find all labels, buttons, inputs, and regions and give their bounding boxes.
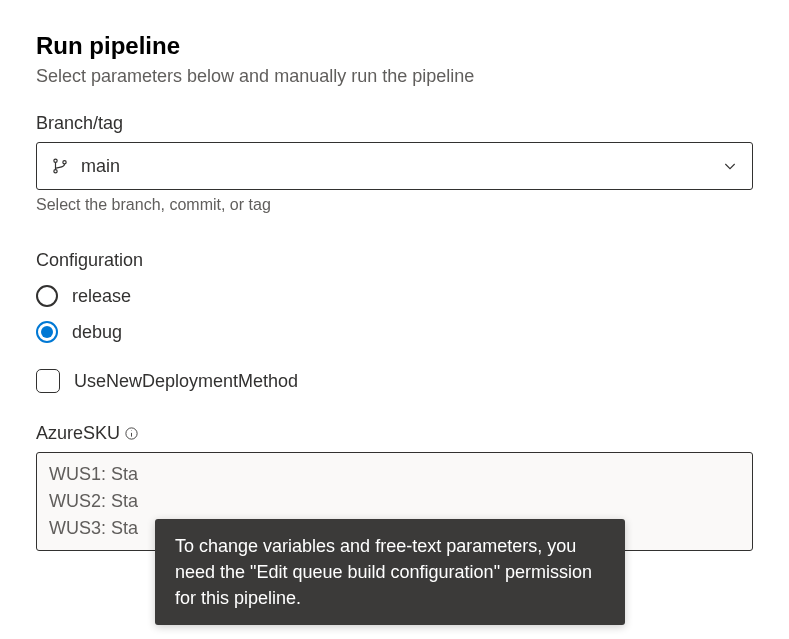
checkbox-label: UseNewDeploymentMethod [74,371,298,392]
svg-point-1 [54,170,57,173]
svg-point-2 [63,161,66,164]
configuration-label: Configuration [36,250,753,271]
chevron-down-icon [722,158,738,174]
textarea-line: WUS1: Sta [49,461,740,488]
permission-tooltip: To change variables and free-text parame… [155,519,625,625]
textarea-line: WUS2: Sta [49,488,740,515]
radio-circle [36,321,58,343]
azure-sku-label: AzureSKU [36,423,120,444]
radio-option-release[interactable]: release [36,285,753,307]
branch-dropdown[interactable]: main [36,142,753,190]
page-title: Run pipeline [36,32,753,60]
info-icon[interactable] [124,426,139,441]
checkbox-use-new-deployment[interactable]: UseNewDeploymentMethod [36,369,753,393]
checkbox-box [36,369,60,393]
svg-point-0 [54,159,57,162]
radio-label: release [72,286,131,307]
radio-circle [36,285,58,307]
branch-hint: Select the branch, commit, or tag [36,196,753,214]
page-subtitle: Select parameters below and manually run… [36,66,753,87]
radio-option-debug[interactable]: debug [36,321,753,343]
branch-label: Branch/tag [36,113,753,134]
svg-point-5 [131,430,132,431]
branch-value: main [81,156,722,177]
radio-label: debug [72,322,122,343]
branch-icon [51,157,69,175]
